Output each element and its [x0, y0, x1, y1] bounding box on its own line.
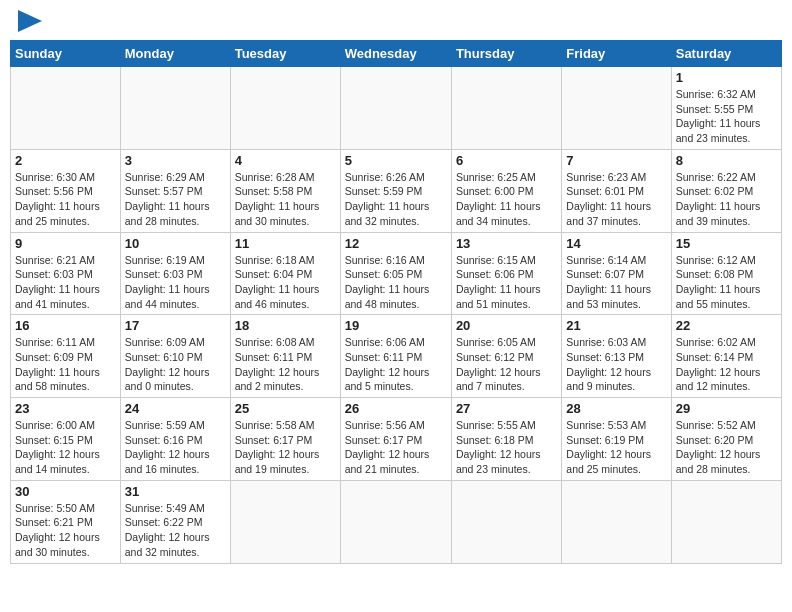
day-info: Sunrise: 6:11 AMSunset: 6:09 PMDaylight:… — [15, 335, 116, 394]
day-number: 10 — [125, 236, 226, 251]
day-number: 20 — [456, 318, 557, 333]
calendar-cell: 17Sunrise: 6:09 AMSunset: 6:10 PMDayligh… — [120, 315, 230, 398]
weekday-header: Thursday — [451, 41, 561, 67]
day-info: Sunrise: 6:12 AMSunset: 6:08 PMDaylight:… — [676, 253, 777, 312]
day-number: 15 — [676, 236, 777, 251]
page-header — [10, 10, 782, 32]
calendar-cell — [11, 67, 121, 150]
day-info: Sunrise: 6:26 AMSunset: 5:59 PMDaylight:… — [345, 170, 447, 229]
calendar-cell: 30Sunrise: 5:50 AMSunset: 6:21 PMDayligh… — [11, 480, 121, 563]
day-number: 3 — [125, 153, 226, 168]
calendar-cell: 3Sunrise: 6:29 AMSunset: 5:57 PMDaylight… — [120, 149, 230, 232]
day-info: Sunrise: 6:23 AMSunset: 6:01 PMDaylight:… — [566, 170, 666, 229]
weekday-header: Wednesday — [340, 41, 451, 67]
day-info: Sunrise: 6:06 AMSunset: 6:11 PMDaylight:… — [345, 335, 447, 394]
calendar-cell: 16Sunrise: 6:11 AMSunset: 6:09 PMDayligh… — [11, 315, 121, 398]
day-info: Sunrise: 6:16 AMSunset: 6:05 PMDaylight:… — [345, 253, 447, 312]
calendar-week-row: 1Sunrise: 6:32 AMSunset: 5:55 PMDaylight… — [11, 67, 782, 150]
calendar-cell: 22Sunrise: 6:02 AMSunset: 6:14 PMDayligh… — [671, 315, 781, 398]
day-number: 14 — [566, 236, 666, 251]
calendar-table: SundayMondayTuesdayWednesdayThursdayFrid… — [10, 40, 782, 564]
weekday-header: Tuesday — [230, 41, 340, 67]
day-number: 21 — [566, 318, 666, 333]
day-number: 18 — [235, 318, 336, 333]
calendar-week-row: 23Sunrise: 6:00 AMSunset: 6:15 PMDayligh… — [11, 398, 782, 481]
calendar-cell: 24Sunrise: 5:59 AMSunset: 6:16 PMDayligh… — [120, 398, 230, 481]
calendar-cell: 31Sunrise: 5:49 AMSunset: 6:22 PMDayligh… — [120, 480, 230, 563]
day-number: 7 — [566, 153, 666, 168]
calendar-cell: 28Sunrise: 5:53 AMSunset: 6:19 PMDayligh… — [562, 398, 671, 481]
calendar-cell: 23Sunrise: 6:00 AMSunset: 6:15 PMDayligh… — [11, 398, 121, 481]
calendar-week-row: 2Sunrise: 6:30 AMSunset: 5:56 PMDaylight… — [11, 149, 782, 232]
day-info: Sunrise: 6:02 AMSunset: 6:14 PMDaylight:… — [676, 335, 777, 394]
calendar-cell: 21Sunrise: 6:03 AMSunset: 6:13 PMDayligh… — [562, 315, 671, 398]
weekday-header: Sunday — [11, 41, 121, 67]
day-info: Sunrise: 6:28 AMSunset: 5:58 PMDaylight:… — [235, 170, 336, 229]
calendar-cell: 13Sunrise: 6:15 AMSunset: 6:06 PMDayligh… — [451, 232, 561, 315]
day-info: Sunrise: 6:29 AMSunset: 5:57 PMDaylight:… — [125, 170, 226, 229]
day-info: Sunrise: 6:00 AMSunset: 6:15 PMDaylight:… — [15, 418, 116, 477]
calendar-cell — [340, 480, 451, 563]
calendar-week-row: 16Sunrise: 6:11 AMSunset: 6:09 PMDayligh… — [11, 315, 782, 398]
day-info: Sunrise: 6:09 AMSunset: 6:10 PMDaylight:… — [125, 335, 226, 394]
day-info: Sunrise: 6:30 AMSunset: 5:56 PMDaylight:… — [15, 170, 116, 229]
weekday-header: Monday — [120, 41, 230, 67]
day-info: Sunrise: 5:53 AMSunset: 6:19 PMDaylight:… — [566, 418, 666, 477]
calendar-cell: 6Sunrise: 6:25 AMSunset: 6:00 PMDaylight… — [451, 149, 561, 232]
day-number: 5 — [345, 153, 447, 168]
calendar-cell: 9Sunrise: 6:21 AMSunset: 6:03 PMDaylight… — [11, 232, 121, 315]
day-info: Sunrise: 5:49 AMSunset: 6:22 PMDaylight:… — [125, 501, 226, 560]
calendar-cell — [562, 67, 671, 150]
day-info: Sunrise: 5:59 AMSunset: 6:16 PMDaylight:… — [125, 418, 226, 477]
logo — [14, 10, 42, 32]
calendar-cell: 14Sunrise: 6:14 AMSunset: 6:07 PMDayligh… — [562, 232, 671, 315]
calendar-cell — [120, 67, 230, 150]
calendar-cell — [671, 480, 781, 563]
logo-icon — [18, 10, 42, 32]
calendar-week-row: 30Sunrise: 5:50 AMSunset: 6:21 PMDayligh… — [11, 480, 782, 563]
calendar-cell: 20Sunrise: 6:05 AMSunset: 6:12 PMDayligh… — [451, 315, 561, 398]
day-number: 6 — [456, 153, 557, 168]
calendar-week-row: 9Sunrise: 6:21 AMSunset: 6:03 PMDaylight… — [11, 232, 782, 315]
day-info: Sunrise: 6:21 AMSunset: 6:03 PMDaylight:… — [15, 253, 116, 312]
day-info: Sunrise: 6:03 AMSunset: 6:13 PMDaylight:… — [566, 335, 666, 394]
day-number: 25 — [235, 401, 336, 416]
day-info: Sunrise: 6:15 AMSunset: 6:06 PMDaylight:… — [456, 253, 557, 312]
calendar-cell: 18Sunrise: 6:08 AMSunset: 6:11 PMDayligh… — [230, 315, 340, 398]
weekday-header: Saturday — [671, 41, 781, 67]
day-info: Sunrise: 6:19 AMSunset: 6:03 PMDaylight:… — [125, 253, 226, 312]
day-number: 26 — [345, 401, 447, 416]
day-info: Sunrise: 6:14 AMSunset: 6:07 PMDaylight:… — [566, 253, 666, 312]
day-number: 2 — [15, 153, 116, 168]
day-info: Sunrise: 5:52 AMSunset: 6:20 PMDaylight:… — [676, 418, 777, 477]
day-number: 1 — [676, 70, 777, 85]
day-number: 17 — [125, 318, 226, 333]
calendar-cell — [562, 480, 671, 563]
day-number: 27 — [456, 401, 557, 416]
day-number: 23 — [15, 401, 116, 416]
day-number: 29 — [676, 401, 777, 416]
day-number: 30 — [15, 484, 116, 499]
svg-marker-0 — [18, 10, 42, 32]
day-info: Sunrise: 5:50 AMSunset: 6:21 PMDaylight:… — [15, 501, 116, 560]
day-number: 13 — [456, 236, 557, 251]
calendar-cell: 8Sunrise: 6:22 AMSunset: 6:02 PMDaylight… — [671, 149, 781, 232]
day-number: 11 — [235, 236, 336, 251]
day-info: Sunrise: 6:22 AMSunset: 6:02 PMDaylight:… — [676, 170, 777, 229]
day-number: 4 — [235, 153, 336, 168]
calendar-cell: 11Sunrise: 6:18 AMSunset: 6:04 PMDayligh… — [230, 232, 340, 315]
calendar-header: SundayMondayTuesdayWednesdayThursdayFrid… — [11, 41, 782, 67]
day-number: 28 — [566, 401, 666, 416]
day-number: 31 — [125, 484, 226, 499]
calendar-cell: 7Sunrise: 6:23 AMSunset: 6:01 PMDaylight… — [562, 149, 671, 232]
day-info: Sunrise: 6:05 AMSunset: 6:12 PMDaylight:… — [456, 335, 557, 394]
day-number: 9 — [15, 236, 116, 251]
calendar-cell — [230, 67, 340, 150]
day-info: Sunrise: 5:58 AMSunset: 6:17 PMDaylight:… — [235, 418, 336, 477]
day-info: Sunrise: 6:32 AMSunset: 5:55 PMDaylight:… — [676, 87, 777, 146]
calendar-cell — [230, 480, 340, 563]
day-info: Sunrise: 5:56 AMSunset: 6:17 PMDaylight:… — [345, 418, 447, 477]
day-number: 22 — [676, 318, 777, 333]
calendar-cell: 29Sunrise: 5:52 AMSunset: 6:20 PMDayligh… — [671, 398, 781, 481]
day-number: 8 — [676, 153, 777, 168]
